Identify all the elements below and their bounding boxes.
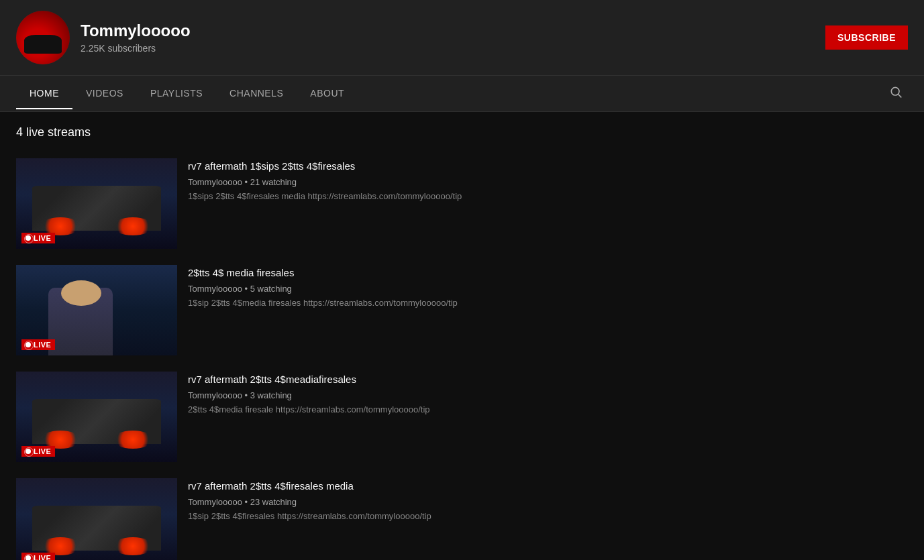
stream-description: 1$sips 2$tts 4$firesales media https://s… [188, 191, 908, 201]
tab-videos[interactable]: VIDEOS [72, 78, 137, 109]
stream-thumbnail: LIVE [16, 372, 177, 462]
avatar [16, 11, 70, 64]
channel-name: Tommylooooo [81, 21, 825, 40]
stream-meta: Tommylooooo • 21 watching [188, 177, 908, 187]
channel-header: Tommylooooo 2.25K subscribers SUBSCRIBE [0, 0, 924, 76]
tab-playlists[interactable]: PLAYLISTS [137, 78, 216, 109]
live-dot-icon [25, 449, 31, 454]
stream-thumbnail: LIVE [16, 158, 177, 249]
stream-details: 2$tts 4$ media firesales Tommylooooo • 5… [188, 265, 908, 308]
stream-meta: Tommylooooo • 3 watching [188, 390, 908, 400]
search-icon[interactable] [884, 76, 908, 111]
stream-description: 1$sip 2$tts 4$media firesales https://st… [188, 298, 908, 308]
live-badge: LIVE [21, 339, 55, 350]
live-dot-icon [25, 342, 31, 347]
stream-title: 2$tts 4$ media firesales [188, 266, 908, 280]
list-item[interactable]: LIVE rv7 aftermath 2$tts 4$meadiafiresal… [16, 363, 908, 470]
stream-details: rv7 aftermath 1$sips 2$tts 4$firesales T… [188, 158, 908, 201]
tab-about[interactable]: ABOUT [297, 78, 358, 109]
tab-channels[interactable]: CHANNELS [216, 78, 297, 109]
subscriber-count: 2.25K subscribers [81, 43, 825, 54]
stream-thumbnail: LIVE [16, 478, 177, 560]
list-item[interactable]: LIVE rv7 aftermath 2$tts 4$firesales med… [16, 470, 908, 560]
svg-point-0 [891, 87, 899, 95]
stream-title: rv7 aftermath 2$tts 4$firesales media [188, 480, 908, 493]
main-content: 4 live streams LIVE rv7 aftermath 1$sips… [0, 112, 924, 560]
channel-nav: HOME VIDEOS PLAYLISTS CHANNELS ABOUT [0, 76, 924, 112]
live-dot-icon [25, 235, 31, 241]
stream-description: 2$tts 4$media firesale https://streamlab… [188, 404, 908, 414]
list-item[interactable]: LIVE rv7 aftermath 1$sips 2$tts 4$firesa… [16, 150, 908, 257]
stream-meta: Tommylooooo • 23 watching [188, 497, 908, 507]
tab-home[interactable]: HOME [16, 78, 72, 109]
section-title: 4 live streams [16, 125, 908, 139]
channel-info: Tommylooooo 2.25K subscribers [81, 21, 825, 54]
live-badge: LIVE [21, 446, 55, 457]
stream-meta: Tommylooooo • 5 watching [188, 284, 908, 294]
stream-details: rv7 aftermath 2$tts 4$meadiafiresales To… [188, 372, 908, 414]
stream-list: LIVE rv7 aftermath 1$sips 2$tts 4$firesa… [16, 150, 908, 560]
stream-title: rv7 aftermath 1$sips 2$tts 4$firesales [188, 160, 908, 173]
stream-title: rv7 aftermath 2$tts 4$meadiafiresales [188, 373, 908, 386]
svg-line-1 [899, 95, 902, 98]
live-dot-icon [25, 555, 31, 560]
stream-details: rv7 aftermath 2$tts 4$firesales media To… [188, 478, 908, 521]
live-badge: LIVE [21, 233, 55, 243]
subscribe-button[interactable]: SUBSCRIBE [825, 25, 908, 50]
stream-thumbnail: LIVE [16, 265, 177, 355]
live-badge: LIVE [21, 553, 55, 560]
list-item[interactable]: LIVE 2$tts 4$ media firesales Tommyloooo… [16, 257, 908, 363]
stream-description: 1$sip 2$tts 4$firesales https://streamla… [188, 511, 908, 521]
